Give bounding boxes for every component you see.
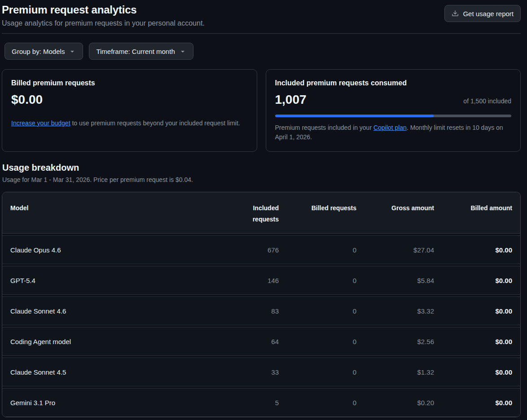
usage-breakdown-table: Model Included requests Billed requests … — [2, 192, 521, 417]
table-row: GPT-5.4 146 0 $5.84 $0.00 — [2, 266, 520, 295]
usage-breakdown-title: Usage breakdown — [2, 163, 521, 173]
table-row: Claude Sonnet 4.5 33 0 $1.32 $0.00 — [2, 358, 520, 386]
header-divider — [2, 33, 521, 34]
column-header-model: Model — [10, 203, 201, 214]
model-name: Claude Opus 4.6 — [10, 246, 201, 254]
included-consumed-value: 1,007 — [275, 93, 307, 107]
column-header-gross-amount: Gross amount — [356, 203, 434, 214]
billed-requests-value: 0 — [279, 338, 356, 345]
model-name: Gemini 3.1 Pro — [10, 399, 201, 407]
table-row: Gemini 3.1 Pro 5 0 $0.20 $0.00 — [2, 388, 520, 417]
included-requests-value: 64 — [201, 338, 279, 345]
included-requests-value: 83 — [201, 307, 279, 315]
filter-bar: Group by: Models Timeframe: Current mont… — [4, 43, 521, 60]
model-name: Coding Agent model — [10, 338, 201, 345]
billed-amount-value: $0.00 — [434, 246, 512, 254]
billed-amount-value: $0.00 — [11, 93, 248, 107]
model-name: Claude Sonnet 4.5 — [10, 368, 201, 376]
billed-requests-value: 0 — [279, 368, 356, 376]
table-body: Claude Opus 4.6 676 0 $27.04 $0.00 GPT-5… — [2, 235, 520, 417]
table-header-row: Model Included requests Billed requests … — [2, 192, 520, 234]
included-requests-value: 5 — [201, 399, 279, 407]
included-premium-requests-card: Included premium requests consumed 1,007… — [266, 69, 521, 152]
included-requests-value: 146 — [201, 277, 279, 284]
column-header-billed-requests: Billed requests — [279, 203, 356, 214]
gross-amount-value: $27.04 — [356, 246, 434, 254]
table-row: Claude Opus 4.6 676 0 $27.04 $0.00 — [2, 235, 520, 264]
billed-requests-value: 0 — [279, 307, 356, 315]
get-usage-report-label: Get usage report — [463, 10, 514, 18]
page-header: Premium request analytics Usage analytic… — [2, 4, 521, 27]
included-card-title: Included premium requests consumed — [275, 79, 512, 87]
table-row: Claude Sonnet 4.6 83 0 $3.32 $0.00 — [2, 296, 520, 325]
included-card-text-before: Premium requests included in your — [275, 124, 373, 131]
billed-card-description: Increase your budget to use premium requ… — [11, 119, 248, 128]
progress-bar — [275, 115, 512, 117]
included-quota-note: of 1,500 included — [463, 97, 511, 107]
billed-requests-value: 0 — [279, 277, 356, 284]
model-name: Claude Sonnet 4.6 — [10, 307, 201, 315]
billed-amount-value: $0.00 — [434, 399, 512, 407]
column-header-included-requests: Included requests — [201, 203, 279, 225]
included-card-description: Premium requests included in your Copilo… — [275, 123, 512, 142]
billed-premium-requests-card: Billed premium requests $0.00 Increase y… — [2, 69, 257, 152]
download-icon — [452, 10, 459, 17]
gross-amount-value: $2.56 — [356, 338, 434, 345]
billed-card-title: Billed premium requests — [11, 79, 248, 87]
chevron-down-icon — [179, 48, 186, 55]
gross-amount-value: $5.84 — [356, 277, 434, 284]
timeframe-dropdown[interactable]: Timeframe: Current month — [89, 43, 193, 60]
billed-amount-value: $0.00 — [434, 338, 512, 345]
gross-amount-value: $0.20 — [356, 399, 434, 407]
page-header-titles: Premium request analytics Usage analytic… — [2, 4, 205, 27]
billed-card-description-text: to use premium requests beyond your incl… — [70, 119, 240, 127]
increase-budget-link[interactable]: Increase your budget — [11, 119, 70, 127]
group-by-dropdown[interactable]: Group by: Models — [4, 43, 83, 60]
included-requests-value: 676 — [201, 246, 279, 254]
gross-amount-value: $3.32 — [356, 307, 434, 315]
table-row: Coding Agent model 64 0 $2.56 $0.00 — [2, 327, 520, 356]
billed-requests-value: 0 — [279, 399, 356, 407]
summary-cards: Billed premium requests $0.00 Increase y… — [2, 69, 521, 152]
billed-requests-value: 0 — [279, 246, 356, 254]
gross-amount-value: $1.32 — [356, 368, 434, 376]
page-subtitle: Usage analytics for premium requests in … — [2, 19, 205, 27]
column-header-billed-amount: Billed amount — [434, 203, 512, 214]
group-by-dropdown-label: Group by: Models — [12, 48, 65, 55]
timeframe-dropdown-label: Timeframe: Current month — [96, 48, 175, 55]
get-usage-report-button[interactable]: Get usage report — [444, 5, 521, 22]
chevron-down-icon — [69, 48, 76, 55]
included-requests-value: 33 — [201, 368, 279, 376]
billed-amount-value: $0.00 — [434, 368, 512, 376]
premium-request-analytics-page: Premium request analytics Usage analytic… — [0, 0, 527, 417]
usage-breakdown-subtitle: Usage for Mar 1 - Mar 31, 2026. Price pe… — [2, 176, 521, 183]
billed-amount-value: $0.00 — [434, 307, 512, 315]
model-name: GPT-5.4 — [10, 277, 201, 284]
progress-bar-fill — [275, 115, 434, 117]
billed-amount-value: $0.00 — [434, 277, 512, 284]
page-title: Premium request analytics — [2, 4, 205, 16]
included-amount-row: 1,007 of 1,500 included — [275, 87, 512, 107]
copilot-plan-link[interactable]: Copilot plan — [373, 124, 407, 131]
